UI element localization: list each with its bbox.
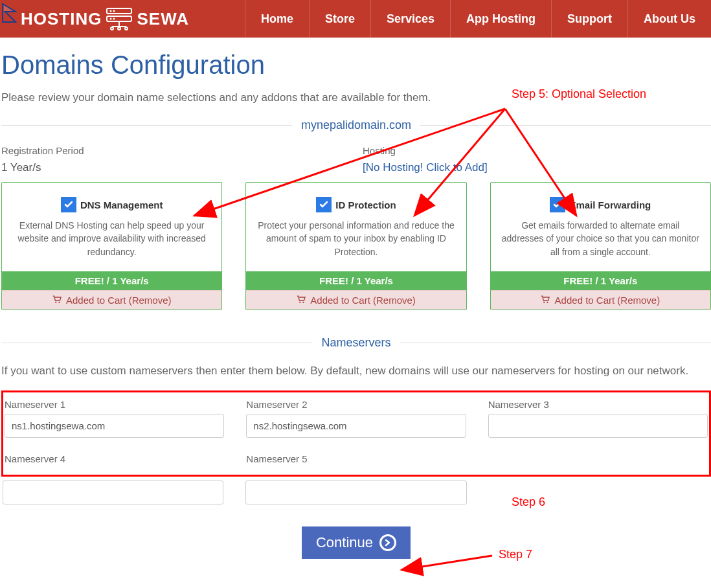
addon-id-card: ID Protection Protect your personal info… — [245, 182, 466, 310]
nameservers-heading: Nameservers — [312, 336, 400, 350]
addon-dns-title: DNS Management — [80, 199, 163, 210]
svg-point-11 — [118, 27, 120, 30]
nepal-flag-icon — [1, 3, 17, 35]
page-title: Domains Configuration — [1, 51, 711, 80]
nameservers-intro: If you want to use custom nameservers th… — [1, 363, 711, 379]
nameserver-1-input[interactable] — [5, 414, 224, 438]
nav-spacer — [194, 0, 245, 38]
nameserver-1-field: Nameserver 1 — [5, 399, 224, 438]
continue-button[interactable]: Continue — [302, 526, 411, 559]
nameserver-5-field: Nameserver 5 — [246, 453, 466, 468]
cart-icon — [541, 295, 552, 306]
addon-id-remove-link[interactable]: Added to Cart (Remove) — [246, 290, 466, 310]
nav-app-hosting[interactable]: App Hosting — [450, 0, 551, 38]
nameserver-5-label: Nameserver 5 — [246, 453, 466, 464]
nameserver-3-label: Nameserver 3 — [488, 399, 708, 410]
check-icon — [552, 199, 563, 210]
nav-support[interactable]: Support — [551, 0, 627, 38]
svg-point-10 — [111, 27, 113, 30]
page-intro: Please review your domain name selection… — [1, 91, 711, 104]
addon-email-title: Email Forwarding — [569, 199, 651, 210]
addon-dns-price: FREE! / 1 Year/s — [2, 271, 221, 290]
cart-icon — [52, 295, 64, 306]
addon-email-card: Email Forwarding Get emails forwarded to… — [490, 182, 711, 310]
addon-id-desc: Protect your personal information and re… — [255, 219, 457, 258]
nav-about[interactable]: About Us — [627, 0, 711, 38]
svg-point-4 — [110, 10, 112, 12]
addon-id-price: FREE! / 1 Year/s — [246, 271, 466, 290]
addon-email-desc: Get emails forwarded to alternate email … — [500, 219, 701, 258]
hosting-label: Hosting — [363, 145, 711, 156]
addon-dns-checkbox[interactable] — [61, 197, 76, 212]
svg-point-13 — [55, 302, 56, 303]
nameserver-5-input[interactable] — [245, 481, 466, 504]
svg-point-12 — [125, 27, 128, 30]
navbar: HOSTING SEWA Home Store Services App Hos… — [0, 0, 711, 38]
svg-point-18 — [547, 302, 548, 303]
addon-id-cart-text: Added to Cart (Remove) — [310, 295, 416, 306]
nameservers-highlight-box: Nameserver 1 Nameserver 2 Nameserver 3 N… — [1, 390, 711, 477]
addon-email-cart-text: Added to Cart (Remove) — [555, 295, 660, 306]
addon-email-remove-link[interactable]: Added to Cart (Remove) — [491, 290, 710, 310]
addon-email-price: FREE! / 1 Year/s — [491, 271, 710, 290]
nav-services[interactable]: Services — [370, 0, 450, 38]
svg-point-16 — [302, 302, 304, 303]
nameserver-3-field: Nameserver 3 — [488, 399, 708, 438]
nameserver-4-label: Nameserver 4 — [5, 453, 224, 464]
servers-icon — [106, 7, 133, 30]
addon-dns-card: DNS Management External DNS Hosting can … — [1, 182, 222, 310]
registration-period-value: 1 Year/s — [1, 161, 350, 174]
brand-text-1: HOSTING — [21, 9, 102, 29]
svg-point-15 — [299, 302, 300, 303]
brand-text-2: SEWA — [137, 9, 189, 29]
hosting-add-link[interactable]: [No Hosting! Click to Add] — [363, 161, 711, 174]
nameserver-4-field: Nameserver 4 — [5, 453, 224, 468]
addon-dns-cart-text: Added to Cart (Remove) — [66, 295, 172, 306]
domain-heading-row: mynepalidomain.com — [1, 119, 711, 132]
addon-dns-remove-link[interactable]: Added to Cart (Remove) — [2, 290, 221, 310]
addon-cards-row: DNS Management External DNS Hosting can … — [1, 182, 711, 310]
svg-point-17 — [544, 302, 545, 303]
continue-label: Continue — [316, 534, 373, 551]
nameserver-3-input[interactable] — [488, 414, 708, 438]
check-icon — [319, 199, 329, 210]
brand[interactable]: HOSTING SEWA — [0, 0, 194, 38]
nameserver-1-label: Nameserver 1 — [5, 399, 224, 410]
svg-point-6 — [110, 18, 112, 20]
addon-id-title: ID Protection — [335, 199, 396, 210]
svg-point-14 — [58, 302, 60, 303]
nameserver-4-input[interactable] — [3, 481, 223, 504]
svg-point-5 — [113, 10, 115, 12]
nameservers-heading-row: Nameservers — [1, 336, 711, 350]
nameserver-2-input[interactable] — [246, 414, 466, 438]
nameserver-2-field: Nameserver 2 — [246, 399, 466, 438]
nameserver-2-label: Nameserver 2 — [246, 399, 466, 410]
check-icon — [63, 199, 74, 210]
svg-point-7 — [113, 18, 115, 20]
nav-home[interactable]: Home — [245, 0, 309, 38]
cart-icon — [297, 295, 308, 306]
domain-name-heading: mynepalidomain.com — [292, 119, 420, 132]
addon-id-checkbox[interactable] — [316, 197, 332, 212]
addon-email-checkbox[interactable] — [550, 197, 565, 212]
registration-period-label: Registration Period — [1, 145, 350, 156]
addon-dns-desc: External DNS Hosting can help speed up y… — [11, 219, 212, 258]
nav-store[interactable]: Store — [309, 0, 370, 38]
arrow-right-circle-icon — [379, 534, 396, 551]
